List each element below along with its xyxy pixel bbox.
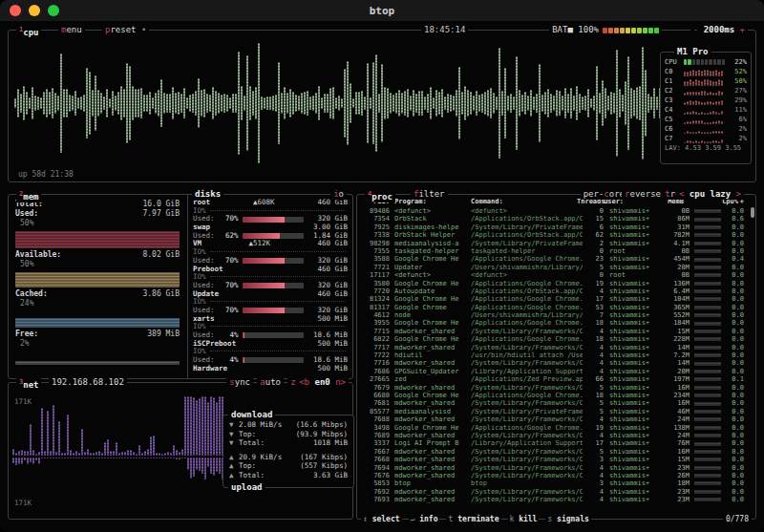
process-row[interactable]: 7693 mdworker_shared /System/Library/Fra… xyxy=(357,496,748,503)
process-row[interactable]: 3498 Google Chrome He /Applications/Goog… xyxy=(357,424,748,432)
process-row[interactable]: 5853 btop btop 3 shivammis+ 18M 0.0 xyxy=(357,479,748,487)
proc-box-title[interactable]: 4proc xyxy=(365,189,395,202)
process-row[interactable]: 7715 mdworker_shared /System/Library/Fra… xyxy=(357,328,748,335)
process-row[interactable]: 3588 Google Chrome He /Applications/Goog… xyxy=(357,255,748,263)
process-row[interactable]: 85577 mediaanalysisd /System/Library/Pri… xyxy=(357,408,748,415)
core-usage-graph xyxy=(684,96,725,105)
graph-bar xyxy=(35,458,37,460)
cpu-meter-cell xyxy=(713,59,716,65)
graph-bar xyxy=(226,95,228,112)
process-row[interactable]: 7692 mdworker_shared /System/Library/Fra… xyxy=(357,488,748,496)
process-row[interactable]: 6822 Google Chrome He /Applications/Goog… xyxy=(357,335,748,343)
select-action[interactable]: ↕ select xyxy=(361,514,402,524)
net-interface-switcher[interactable]: <b en0 n> xyxy=(296,377,349,388)
process-row[interactable]: 7338 OrbStack Helper /Applications/OrbSt… xyxy=(357,231,748,239)
process-row[interactable]: 7689 mdworker_shared /System/Library/Fra… xyxy=(357,432,748,439)
core-row: C1 50% xyxy=(665,76,747,86)
graph-bar xyxy=(701,102,703,105)
preset-button[interactable]: preset • xyxy=(102,25,149,35)
signals-action[interactable]: s signals xyxy=(545,514,590,524)
process-row[interactable]: 7722 hdiutil /usr/bin/hdiutil attach /Us… xyxy=(357,351,748,359)
graph-bar xyxy=(135,89,137,118)
process-row[interactable]: 17117 <defunct> <defunct> 0 root 0B 0.0 xyxy=(357,271,748,279)
graph-bar xyxy=(55,458,57,458)
battery-meter-cell xyxy=(648,28,653,33)
graph-bar xyxy=(656,96,658,109)
process-row[interactable]: 7667 mdworker_shared /System/Library/Fra… xyxy=(357,448,748,456)
process-row[interactable]: 7720 Autoupdate /Applications/OrbStack.a… xyxy=(357,287,748,295)
graph-bar xyxy=(707,113,709,115)
next-interface-button[interactable]: n> xyxy=(335,377,346,387)
graph-bar xyxy=(570,88,572,119)
graph-bar xyxy=(140,88,142,117)
interval-decrease-button[interactable]: - xyxy=(693,25,698,34)
graph-bar xyxy=(147,458,149,458)
cpu-history-dots xyxy=(694,273,721,277)
process-row[interactable]: 7355 taskgated-helper taskgated-helper 0… xyxy=(357,247,748,255)
graph-bar xyxy=(372,62,374,145)
net-sync-toggle[interactable]: sync xyxy=(226,377,253,388)
terminate-action[interactable]: t terminate xyxy=(446,514,500,524)
process-row[interactable]: 7925 diskimages-helpe /System/Library/Pr… xyxy=(357,223,748,231)
cpu-box-title[interactable]: 1cpu xyxy=(16,25,41,38)
process-row[interactable]: 3337 Logi AI Prompt B /Library/Applicati… xyxy=(357,439,748,447)
net-box-title[interactable]: 3net xyxy=(16,377,41,391)
interval-increase-button[interactable]: + xyxy=(740,25,745,34)
filter-button[interactable]: filter xyxy=(411,189,448,200)
kill-action[interactable]: k kill xyxy=(508,514,540,524)
disk-used-meter xyxy=(243,258,304,264)
process-row[interactable]: 81324 Google Chrome He /Applications/Goo… xyxy=(357,295,748,303)
graph-bar xyxy=(199,458,201,471)
graph-bar xyxy=(106,89,108,118)
process-row[interactable]: 89486 <defunct> <defunct> 0 shivammis+ 0… xyxy=(357,207,748,215)
process-row[interactable]: 7716 mdworker_shared /System/Library/Fra… xyxy=(357,359,748,367)
process-row[interactable]: 7688 mdworker_shared /System/Library/Fra… xyxy=(357,415,748,423)
per-core-toggle[interactable]: per-core xyxy=(581,189,627,200)
process-row[interactable]: 7668 mdworker_shared /System/Library/Fra… xyxy=(357,456,748,463)
graph-bar xyxy=(401,93,403,113)
disks-title[interactable]: disks xyxy=(192,189,223,200)
info-action[interactable]: ↵ info xyxy=(409,514,440,524)
process-row[interactable]: 7721 Updater /Users/shivammishra/Library… xyxy=(357,264,748,271)
graph-bar xyxy=(173,458,175,458)
process-row[interactable]: 6680 Google Chrome He /Applications/Goog… xyxy=(357,392,748,399)
process-scrollbar[interactable] xyxy=(751,207,754,218)
mem-box-title[interactable]: 2mem xyxy=(16,189,41,202)
process-row[interactable]: 27665 zed /Applications/Zed Preview.app/… xyxy=(357,375,748,383)
graph-bar xyxy=(650,96,652,110)
sort-next-button[interactable]: > xyxy=(736,189,741,199)
graph-bar xyxy=(536,94,538,112)
upload-arrow-icon: ▲ xyxy=(229,453,239,462)
disk-name-row: Preboot460 GiB xyxy=(193,266,348,274)
process-row[interactable]: 98298 mediaanalysisd-a /System/Library/P… xyxy=(357,240,748,247)
cpu-history-dots xyxy=(694,353,721,357)
net-auto-toggle[interactable]: auto xyxy=(257,377,284,388)
reverse-toggle[interactable]: reverse xyxy=(622,189,664,200)
process-row[interactable]: 7694 mdworker_shared /System/Library/Fra… xyxy=(357,464,748,472)
process-row[interactable]: 81317 Google Chrome /Applications/Google… xyxy=(357,304,748,311)
disk-used-meter xyxy=(243,217,304,223)
process-row[interactable]: 7679 mdworker_shared /System/Library/Fra… xyxy=(357,384,748,392)
graph-bar xyxy=(701,132,703,134)
menu-button[interactable]: menu xyxy=(58,25,85,35)
process-row[interactable]: 7676 mdworker_shared /System/Library/Fra… xyxy=(357,472,748,479)
graph-bar xyxy=(370,97,371,109)
process-row[interactable]: 3580 Google Chrome He /Applications/Goog… xyxy=(357,280,748,287)
graph-bar xyxy=(58,421,60,456)
process-row[interactable]: 7354 OrbStack /Applications/OrbStack.app… xyxy=(357,215,748,223)
core-row: C4 11% xyxy=(665,105,747,115)
prev-interface-button[interactable]: <b xyxy=(299,377,309,387)
process-row[interactable]: 7686 GPGSuite_Updater /Library/Applicati… xyxy=(357,368,748,375)
graph-bar xyxy=(698,131,700,133)
process-row[interactable]: 3955 Google Chrome He /Applications/Goog… xyxy=(357,319,748,327)
process-row[interactable]: 7681 mdworker_shared /System/Library/Fra… xyxy=(357,399,748,407)
cpu-total-row: CPU 22% xyxy=(665,57,747,67)
graph-bar xyxy=(32,450,34,456)
mem-used-graph xyxy=(15,231,180,248)
graph-bar xyxy=(718,101,720,105)
graph-bar xyxy=(687,140,689,142)
io-mode-toggle[interactable]: io xyxy=(330,189,347,200)
process-row[interactable]: 4612 node /Users/shivammishra/Library/Ca… xyxy=(357,311,748,319)
sort-prev-button[interactable]: < xyxy=(679,189,684,199)
process-row[interactable]: 7717 mdworker_shared /System/Library/Fra… xyxy=(357,344,748,351)
